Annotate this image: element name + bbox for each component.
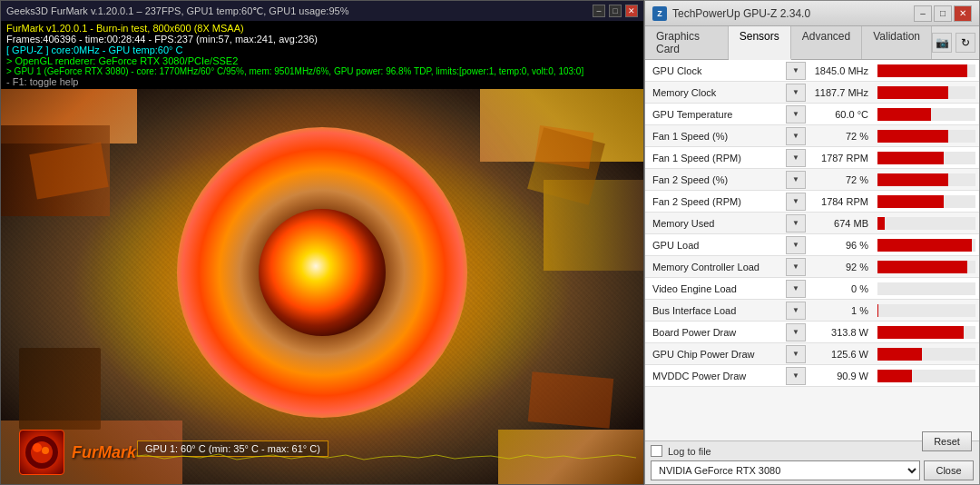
- sensor-name: Video Engine Load: [645, 283, 786, 294]
- sensor-value: 60.0 °C: [806, 109, 874, 120]
- sensor-bar: [877, 108, 931, 121]
- sensor-bar-container: [877, 239, 975, 252]
- gpuz-sensors-panel[interactable]: GPU Clock ▼ 1845.0 MHz Memory Clock ▼ 11…: [645, 60, 979, 440]
- sensor-row-mvddc-power-draw: MVDDC Power Draw ▼ 90.9 W: [645, 365, 979, 387]
- sensor-name: Memory Clock: [645, 87, 786, 98]
- tab-advanced[interactable]: Advanced: [791, 26, 862, 59]
- log-checkbox[interactable]: [651, 445, 662, 457]
- sensor-row-gpu-clock: GPU Clock ▼ 1845.0 MHz: [645, 60, 979, 82]
- sensor-name: Fan 1 Speed (RPM): [645, 153, 786, 163]
- sensor-value: 1 %: [806, 305, 874, 316]
- sensor-row-video-engine-load: Video Engine Load ▼ 0 %: [645, 278, 979, 300]
- furmark-logo-icon: [19, 430, 64, 475]
- furmark-info-line-4: > OpenGL renderer: GeForce RTX 3080/PCIe…: [6, 55, 638, 66]
- gpuz-tab-action-icons: 📷 ↻: [932, 26, 979, 59]
- furmark-logo: FurMark: [19, 430, 136, 475]
- sensor-bar-container: [877, 217, 975, 230]
- reset-button[interactable]: Reset: [922, 431, 972, 451]
- refresh-icon-button[interactable]: ↻: [956, 33, 975, 53]
- sensor-dropdown[interactable]: ▼: [786, 345, 806, 363]
- gpuz-maximize-button[interactable]: □: [934, 5, 952, 22]
- sensor-name: Fan 2 Speed (%): [645, 174, 786, 185]
- sensor-row-fan-1-speed-rpm: Fan 1 Speed (RPM) ▼ 1787 RPM: [645, 147, 979, 169]
- sensor-row-bus-interface-load: Bus Interface Load ▼ 1 %: [645, 300, 979, 322]
- sensor-bar: [877, 195, 944, 208]
- sensor-dropdown[interactable]: ▼: [786, 367, 806, 385]
- sensor-name: GPU Chip Power Draw: [645, 349, 786, 360]
- furmark-close-button[interactable]: ✕: [625, 5, 638, 17]
- sensor-value: 1784 RPM: [806, 196, 874, 207]
- furmark-info-line-5: > GPU 1 (GeForce RTX 3080) - core: 1770M…: [6, 66, 638, 76]
- sensor-row-board-power-draw: Board Power Draw ▼ 313.8 W: [645, 322, 979, 343]
- sensor-bar-container: [877, 261, 975, 273]
- furmark-title: Geeks3D FurMark v.1.20.0.1 – 237FPS, GPU…: [6, 5, 348, 17]
- sensor-dropdown[interactable]: ▼: [786, 84, 806, 102]
- sensor-name: Bus Interface Load: [645, 305, 786, 316]
- sensor-row-fan-2-speed-: Fan 2 Speed (%) ▼ 72 %: [645, 169, 979, 191]
- sensor-bar: [877, 304, 878, 317]
- sensor-dropdown[interactable]: ▼: [786, 302, 806, 320]
- gpuz-close-button[interactable]: ✕: [954, 5, 972, 22]
- sensor-name: GPU Temperature: [645, 109, 786, 120]
- sensor-dropdown[interactable]: ▼: [786, 258, 806, 276]
- furmark-window: Geeks3D FurMark v.1.20.0.1 – 237FPS, GPU…: [0, 0, 644, 485]
- close-button[interactable]: Close: [924, 460, 974, 480]
- gpuz-window: Z TechPowerUp GPU-Z 2.34.0 – □ ✕ Graphic…: [644, 0, 980, 485]
- sensor-value: 72 %: [806, 131, 874, 142]
- sensor-name: Memory Controller Load: [645, 262, 786, 272]
- sensor-row-fan-1-speed-: Fan 1 Speed (%) ▼ 72 %: [645, 125, 979, 147]
- fireball-inner: [259, 209, 386, 336]
- sensor-bar-container: [877, 130, 975, 143]
- gpuz-title: TechPowerUp GPU-Z 2.34.0: [672, 7, 810, 20]
- sensor-bar-container: [877, 64, 975, 77]
- sensor-dropdown[interactable]: ▼: [786, 323, 806, 341]
- furmark-info-line-6: - F1: toggle help: [6, 76, 638, 87]
- gpu-select[interactable]: NVIDIA GeForce RTX 3080: [651, 460, 920, 480]
- sensor-dropdown[interactable]: ▼: [786, 171, 806, 189]
- sensor-name: Board Power Draw: [645, 327, 786, 338]
- furmark-minimize-button[interactable]: –: [593, 5, 605, 17]
- fireball: [177, 127, 467, 418]
- gpuz-title-buttons: – □ ✕: [914, 5, 972, 22]
- furmark-maximize-button[interactable]: □: [609, 5, 622, 17]
- sensor-bar-container: [877, 370, 975, 382]
- tab-graphics-card[interactable]: Graphics Card: [645, 26, 729, 59]
- sensor-dropdown[interactable]: ▼: [786, 62, 806, 80]
- sensor-bar: [877, 86, 948, 99]
- gpuz-footer: Log to file NVIDIA GeForce RTX 3080 Clos…: [645, 440, 979, 484]
- sensor-value: 1187.7 MHz: [806, 87, 874, 98]
- sensor-value: 72 %: [806, 174, 874, 185]
- svg-point-2: [33, 443, 42, 452]
- sensor-bar-container: [877, 108, 975, 121]
- sensor-bar-container: [877, 282, 975, 295]
- gpuz-logo-icon: Z: [652, 6, 667, 21]
- sensor-bar: [877, 217, 885, 230]
- sensor-bar-container: [877, 152, 975, 164]
- tab-sensors[interactable]: Sensors: [729, 26, 791, 60]
- sensor-dropdown[interactable]: ▼: [786, 105, 806, 124]
- sensor-value: 674 MB: [806, 218, 874, 229]
- sensor-name: MVDDC Power Draw: [645, 371, 786, 381]
- tab-validation[interactable]: Validation: [862, 26, 932, 59]
- sensor-row-gpu-load: GPU Load ▼ 96 %: [645, 234, 979, 256]
- sensor-value: 92 %: [806, 262, 874, 272]
- sensor-bar: [877, 348, 922, 361]
- sensor-row-gpu-temperature: GPU Temperature ▼ 60.0 °C: [645, 104, 979, 125]
- furmark-info-line-1: FurMark v1.20.0.1 - Burn-in test, 800x60…: [6, 23, 638, 34]
- sensor-dropdown[interactable]: ▼: [786, 127, 806, 145]
- camera-icon-button[interactable]: 📷: [932, 33, 952, 53]
- sensor-bar-container: [877, 304, 975, 317]
- sensor-bar: [877, 326, 964, 339]
- furmark-info-line-2: Frames:406396 - time:00:28:44 - FPS:237 …: [6, 34, 638, 45]
- sensor-dropdown[interactable]: ▼: [786, 193, 806, 211]
- sensor-dropdown[interactable]: ▼: [786, 236, 806, 254]
- gpuz-minimize-button[interactable]: –: [914, 5, 932, 22]
- sensor-value: 96 %: [806, 240, 874, 251]
- sensor-value: 313.8 W: [806, 327, 874, 338]
- sensor-name: GPU Clock: [645, 65, 786, 76]
- sensor-dropdown[interactable]: ▼: [786, 149, 806, 167]
- sensor-value: 1845.0 MHz: [806, 65, 874, 76]
- sensor-dropdown[interactable]: ▼: [786, 214, 806, 233]
- sensor-row-memory-clock: Memory Clock ▼ 1187.7 MHz: [645, 82, 979, 104]
- sensor-dropdown[interactable]: ▼: [786, 280, 806, 298]
